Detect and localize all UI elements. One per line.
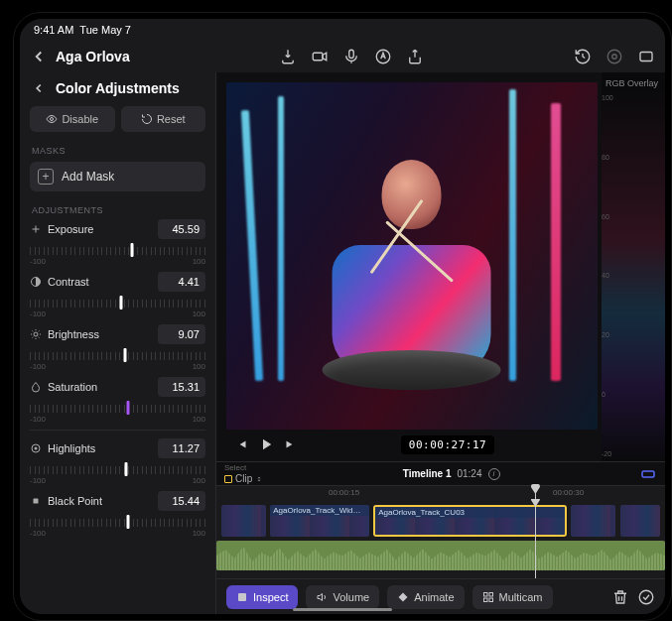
timeline-header: Select Clip Timeline 1 01:24 i (216, 461, 665, 485)
voiceover-mic-icon[interactable] (342, 48, 360, 65)
playhead[interactable] (535, 486, 536, 499)
status-date: Tue May 7 (79, 24, 131, 36)
text-tool-icon[interactable] (374, 48, 392, 65)
slider-knob[interactable] (120, 296, 123, 310)
next-frame-button[interactable] (280, 435, 300, 454)
top-bar: Aga Orlova (20, 41, 665, 72)
adjustment-slider[interactable] (30, 243, 205, 263)
panel-back-icon[interactable] (32, 81, 46, 95)
adjustment-value[interactable]: 11.27 (158, 438, 205, 458)
svg-rect-1 (349, 50, 354, 58)
viewer: 00:00:27:17 (216, 72, 602, 461)
adjustment-slider[interactable] (30, 401, 205, 421)
adjustment-slider[interactable] (30, 348, 205, 368)
clip-label: AgaOrlova_Track_CU03 (375, 507, 564, 518)
clip-selector[interactable]: Clip (224, 473, 263, 484)
adjustment-label: Contrast (48, 276, 152, 288)
multicam-icon (482, 591, 494, 603)
status-time: 9:41 AM (34, 24, 73, 36)
info-icon[interactable]: i (488, 468, 500, 480)
adjustment-slider[interactable] (30, 296, 205, 315)
timeline-tool-icon[interactable] (639, 465, 657, 483)
share-icon[interactable] (406, 48, 424, 65)
slider-knob[interactable] (127, 401, 130, 415)
scope-tick: 100 (602, 94, 615, 101)
svg-rect-0 (314, 53, 324, 61)
transport-bar: 00:00:27:17 (226, 430, 598, 459)
saturation-icon (30, 381, 42, 393)
plus-icon: + (38, 169, 54, 185)
import-icon[interactable] (279, 48, 297, 65)
video-clip[interactable] (571, 505, 615, 537)
preview-canvas[interactable] (226, 82, 598, 430)
settings-icon[interactable] (605, 48, 623, 65)
adjustment-value[interactable]: 9.07 (158, 324, 205, 344)
svg-rect-14 (483, 592, 487, 596)
volume-icon (316, 591, 328, 603)
svg-rect-16 (483, 598, 487, 602)
slider-knob[interactable] (123, 348, 126, 362)
scope-tick: 0 (602, 391, 615, 398)
bottom-toolbar: Inspect Volume Animate Multicam (216, 578, 665, 614)
slider-knob[interactable] (127, 515, 130, 529)
adjustment-value[interactable]: 15.44 (158, 491, 205, 511)
slider-knob[interactable] (130, 243, 133, 257)
multicam-button[interactable]: Multicam (472, 585, 553, 609)
svg-rect-17 (489, 598, 493, 602)
inspect-button[interactable]: Inspect (226, 585, 298, 609)
adjustment-slider[interactable] (30, 462, 205, 482)
confirm-icon[interactable] (637, 588, 655, 606)
adjustment-value[interactable]: 45.59 (158, 219, 205, 239)
adjustment-slider[interactable] (30, 515, 205, 535)
slider-knob[interactable] (125, 462, 128, 476)
select-label: Select (224, 463, 263, 472)
reset-button[interactable]: Reset (121, 106, 206, 132)
video-clip[interactable]: AgaOrlova_Track_Wid… (270, 505, 368, 537)
highlights-icon (30, 442, 42, 454)
timeline-duration: 01:24 (457, 468, 481, 479)
video-clip[interactable] (620, 505, 661, 537)
back-chevron-icon[interactable] (30, 48, 48, 65)
history-icon[interactable] (574, 48, 592, 65)
fullscreen-icon[interactable] (637, 48, 655, 65)
adjustment-label: Black Point (48, 495, 152, 507)
scope-tick: 20 (602, 331, 615, 338)
ruler-marker: 00:00:30 (553, 488, 584, 497)
adjustment-value[interactable]: 15.31 (158, 377, 205, 397)
scope-tick: 40 (602, 272, 615, 279)
adjustment-highlights: Highlights11.27-100100 (30, 436, 205, 485)
volume-button[interactable]: Volume (306, 585, 379, 609)
panel-title: Color Adjustments (56, 80, 180, 96)
adjustment-label: Highlights (48, 442, 152, 454)
timeline-ruler[interactable]: 00:00:1500:00:30 (216, 485, 665, 499)
adjustments-section-header: ADJUSTMENTS (20, 197, 215, 217)
home-indicator[interactable] (293, 608, 392, 611)
timeline-tracks[interactable]: AgaOrlova_Track_Wid…AgaOrlova_Track_CU03 (216, 499, 665, 578)
video-clip[interactable] (221, 505, 266, 537)
eye-icon (46, 113, 58, 125)
status-bar: 9:41 AM Tue May 7 (20, 19, 665, 41)
video-clip[interactable]: AgaOrlova_Track_CU03 (373, 505, 566, 537)
svg-point-18 (639, 590, 653, 604)
adjustment-label: Brightness (48, 328, 152, 340)
audio-track[interactable] (216, 541, 665, 570)
add-mask-button[interactable]: + Add Mask (30, 162, 205, 191)
adjustment-contrast: Contrast4.41-100100 (30, 270, 205, 318)
camera-icon[interactable] (311, 48, 329, 65)
ruler-marker: 00:00:15 (329, 488, 359, 497)
trash-icon[interactable] (611, 588, 629, 606)
animate-button[interactable]: Animate (387, 585, 464, 609)
prev-frame-button[interactable] (232, 435, 252, 454)
adjustment-label: Saturation (48, 381, 152, 393)
disable-button[interactable]: Disable (30, 106, 115, 132)
svg-point-10 (35, 447, 38, 450)
adjustment-black-point: Black Point15.44-100100 (30, 489, 205, 538)
playhead-line[interactable] (535, 499, 536, 578)
video-scope[interactable]: RGB Overlay 100806040200-20 (602, 72, 665, 461)
adjustment-value[interactable]: 4.41 (158, 272, 205, 292)
chevron-updown-icon (255, 474, 263, 484)
play-button[interactable] (256, 435, 276, 454)
timecode-display[interactable]: 00:00:27:17 (401, 435, 494, 454)
svg-rect-12 (642, 471, 654, 477)
project-title: Aga Orlova (56, 49, 130, 64)
